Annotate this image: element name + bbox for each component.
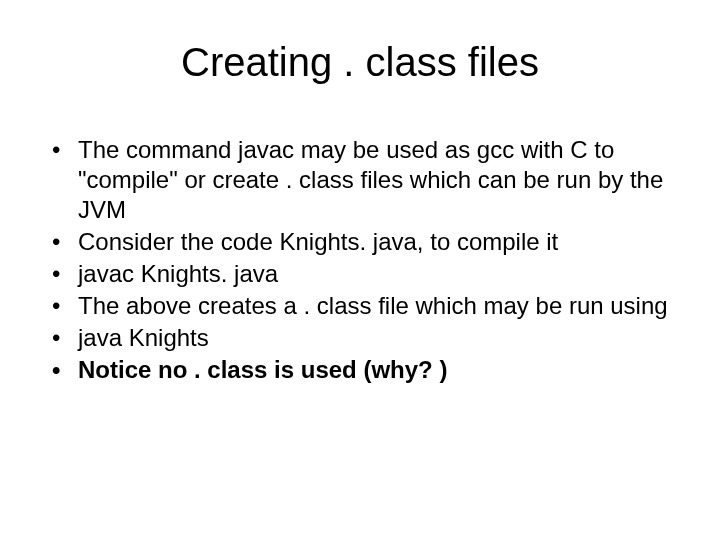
list-item: The above creates a . class file which m… [40,291,680,321]
bullet-text: java Knights [78,324,209,351]
bullet-text: Consider the code Knights. java, to comp… [78,228,558,255]
bullet-list: The command javac may be used as gcc wit… [40,135,680,385]
list-item: java Knights [40,323,680,353]
list-item: Notice no . class is used (why? ) [40,355,680,385]
bullet-text: The command javac may be used as gcc wit… [78,136,663,223]
slide-title: Creating . class files [40,40,680,85]
bullet-text: The above creates a . class file which m… [78,292,668,319]
slide-content: The command javac may be used as gcc wit… [40,135,680,385]
list-item: javac Knights. java [40,259,680,289]
bullet-text: javac Knights. java [78,260,278,287]
bullet-text: Notice no . class is used (why? ) [78,356,447,383]
list-item: The command javac may be used as gcc wit… [40,135,680,225]
list-item: Consider the code Knights. java, to comp… [40,227,680,257]
